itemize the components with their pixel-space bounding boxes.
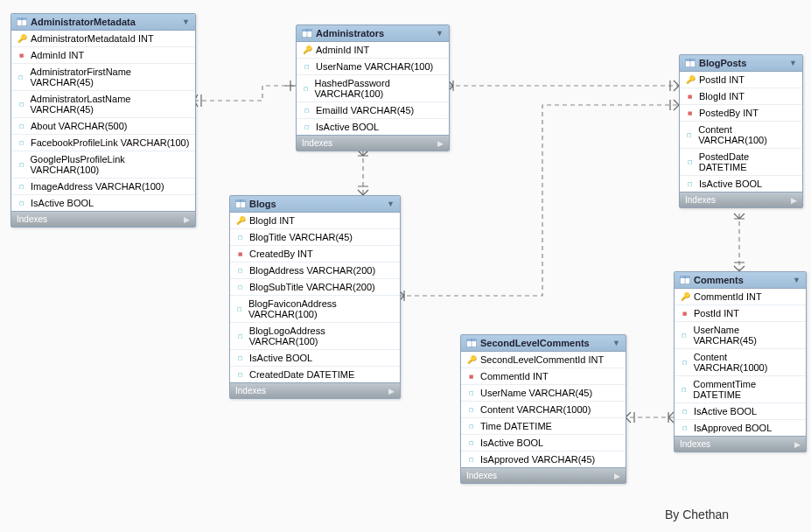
column-row[interactable]: ◆CreatedBy INT — [230, 246, 400, 262]
column-row[interactable]: ◆PostId INT — [675, 305, 806, 322]
column-row[interactable]: 🔑AdminId INT — [297, 42, 449, 59]
column-row[interactable]: ◇IsActive BOOL — [680, 176, 802, 192]
column-row[interactable]: ◇CreatedDate DATETIME — [230, 367, 400, 382]
column-row[interactable]: ◆PostedBy INT — [680, 105, 802, 122]
column-row[interactable]: ◇IsApproved BOOL — [675, 420, 806, 436]
collapse-icon[interactable]: ▼ — [387, 200, 395, 208]
column-row[interactable]: ◇EmailId VARCHAR(45) — [297, 102, 449, 119]
collapse-icon[interactable]: ▼ — [793, 276, 801, 284]
column-row[interactable]: ◇IsActive BOOL — [675, 403, 806, 420]
column-label: SecondLevelCommentId INT — [480, 354, 604, 365]
table-comments[interactable]: Comments ▼ 🔑CommentId INT ◆PostId INT ◇U… — [674, 271, 807, 452]
table-icon — [302, 29, 312, 38]
collapse-icon[interactable]: ▼ — [612, 339, 620, 347]
column-row[interactable]: 🔑AdministratorMetadataId INT — [11, 31, 195, 47]
table-title: Blogs — [249, 199, 383, 209]
table-footer[interactable]: Indexes ▶ — [680, 192, 802, 207]
column-icon: ◇ — [234, 263, 248, 278]
table-footer[interactable]: Indexes ▶ — [675, 436, 806, 452]
column-row[interactable]: ◇HashedPassword VARCHAR(100) — [297, 75, 449, 102]
column-icon: ◇ — [678, 421, 693, 436]
column-row[interactable]: 🔑CommentId INT — [675, 289, 806, 305]
table-title: BlogPosts — [699, 58, 786, 68]
table-second-level-comments[interactable]: SecondLevelComments ▼ 🔑SecondLevelCommen… — [460, 334, 626, 484]
collapse-icon[interactable]: ▼ — [436, 29, 444, 38]
column-row[interactable]: ◇IsActive BOOL — [230, 350, 400, 367]
expand-icon[interactable]: ▶ — [791, 196, 797, 205]
column-row[interactable]: ◇IsActive BOOL — [461, 435, 626, 452]
column-icon: ◇ — [300, 120, 315, 135]
column-row[interactable]: 🔑SecondLevelCommentId INT — [461, 352, 626, 368]
column-label: ImageAddress VARCHAR(100) — [31, 181, 164, 192]
collapse-icon[interactable]: ▼ — [789, 59, 797, 67]
column-row[interactable]: 🔑PostId INT — [680, 72, 802, 88]
table-administrator-metadata[interactable]: AdministratorMetadata ▼ 🔑AdministratorMe… — [10, 13, 196, 228]
column-icon: ◇ — [465, 452, 479, 467]
expand-icon[interactable]: ▶ — [614, 472, 620, 480]
column-row[interactable]: ◇IsActive BOOL — [11, 195, 195, 211]
column-label: AdministratorLastName VARCHAR(45) — [31, 94, 191, 115]
footer-label: Indexes — [302, 138, 332, 148]
footer-label: Indexes — [17, 214, 47, 224]
column-label: CommentId INT — [694, 291, 762, 302]
table-blogs[interactable]: Blogs ▼ 🔑BlogId INT ◇BlogTitle VARCHAR(4… — [229, 195, 401, 399]
column-row[interactable]: ◇BlogAddress VARCHAR(200) — [230, 262, 400, 279]
column-row[interactable]: ◇PostedDate DATETIME — [680, 149, 802, 176]
column-label: BlogTitle VARCHAR(45) — [249, 232, 353, 242]
column-label: Time DATETIME — [480, 421, 552, 431]
pk-icon: 🔑 — [680, 291, 690, 302]
column-row[interactable]: ◇BlogTitle VARCHAR(45) — [230, 229, 400, 246]
table-footer[interactable]: Indexes ▶ — [11, 211, 195, 227]
column-row[interactable]: ◇Time DATETIME — [461, 418, 626, 435]
table-body: 🔑CommentId INT ◆PostId INT ◇UserName VAR… — [675, 289, 806, 436]
table-blog-posts[interactable]: BlogPosts ▼ 🔑PostId INT ◆BlogId INT ◆Pos… — [679, 54, 803, 208]
expand-icon[interactable]: ▶ — [437, 139, 444, 148]
table-header[interactable]: AdministratorMetadata ▼ — [11, 14, 195, 31]
column-row[interactable]: ◇UserName VARCHAR(45) — [675, 322, 806, 349]
column-row[interactable]: ◇Content VARCHAR(1000) — [675, 349, 806, 376]
table-header[interactable]: BlogPosts ▼ — [680, 55, 802, 72]
column-row[interactable]: ◇AdministratorLastName VARCHAR(45) — [11, 91, 195, 118]
column-row[interactable]: ◇ImageAddress VARCHAR(100) — [11, 178, 195, 195]
table-footer[interactable]: Indexes ▶ — [230, 382, 400, 398]
column-row[interactable]: ◇BlogFaviconAddress VARCHAR(100) — [230, 296, 400, 323]
column-row[interactable]: ◇UserName VARCHAR(45) — [461, 385, 626, 402]
table-header[interactable]: SecondLevelComments ▼ — [461, 335, 626, 352]
column-label: CreatedDate DATETIME — [249, 369, 354, 380]
table-administrators[interactable]: Administrators ▼ 🔑AdminId INT ◇UserName … — [296, 24, 450, 151]
column-row[interactable]: 🔑BlogId INT — [230, 213, 400, 229]
column-row[interactable]: ◇UserName VARCHAR(100) — [297, 59, 449, 75]
column-icon: ◇ — [234, 351, 248, 366]
column-label: IsActive BOOL — [699, 178, 762, 189]
expand-icon[interactable]: ▶ — [184, 215, 190, 224]
table-header[interactable]: Comments ▼ — [675, 272, 806, 289]
column-row[interactable]: ◇FacebookProfileLink VARCHAR(100) — [11, 135, 195, 151]
column-row[interactable]: ◆AdminId INT — [11, 47, 195, 64]
table-footer[interactable]: Indexes ▶ — [297, 135, 449, 150]
expand-icon[interactable]: ▶ — [794, 440, 801, 449]
collapse-icon[interactable]: ▼ — [182, 18, 190, 26]
table-header[interactable]: Blogs ▼ — [230, 196, 400, 213]
expand-icon[interactable]: ▶ — [388, 387, 395, 396]
fk-icon: ◆ — [465, 369, 479, 384]
fk-icon: ◆ — [678, 306, 693, 321]
column-row[interactable]: ◇IsActive BOOL — [297, 119, 449, 135]
column-icon: ◇ — [465, 386, 479, 401]
column-row[interactable]: ◆BlogId INT — [680, 88, 802, 105]
column-row[interactable]: ◇BlogSubTitle VARCHAR(200) — [230, 279, 400, 296]
footer-label: Indexes — [685, 195, 716, 205]
column-icon: ◇ — [300, 103, 315, 118]
column-row[interactable]: ◆CommentId INT — [461, 368, 626, 385]
column-row[interactable]: ◇Content VARCHAR(100) — [680, 122, 802, 149]
table-footer[interactable]: Indexes ▶ — [461, 467, 626, 483]
column-row[interactable]: ◇IsApproved VARCHAR(45) — [461, 452, 626, 467]
column-row[interactable]: ◇GooglePlusProfileLink VARCHAR(100) — [11, 151, 195, 178]
pk-icon: 🔑 — [302, 45, 312, 55]
column-row[interactable]: ◇Content VARCHAR(1000) — [461, 402, 626, 418]
column-row[interactable]: ◇CommentTime DATETIME — [675, 376, 806, 403]
column-row[interactable]: ◇About VARCHAR(500) — [11, 118, 195, 135]
table-header[interactable]: Administrators ▼ — [297, 25, 449, 42]
column-label: IsActive BOOL — [694, 406, 757, 416]
column-row[interactable]: ◇AdministratorFirstName VARCHAR(45) — [11, 64, 195, 91]
column-row[interactable]: ◇BlogLogoAddress VARCHAR(100) — [230, 323, 400, 350]
